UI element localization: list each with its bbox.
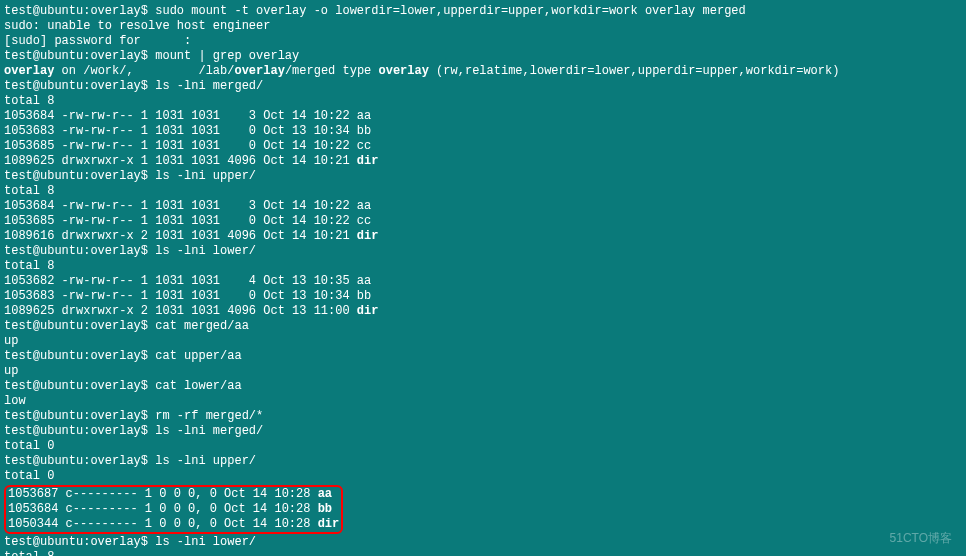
file-name: dir (318, 517, 340, 531)
cmd-line[interactable]: test@ubuntu:overlay$ ls -lni upper/ (4, 454, 962, 469)
cmd-text: ls -lni upper/ (155, 454, 256, 468)
match: overlay (4, 64, 54, 78)
prompt: test@ubuntu:overlay$ (4, 244, 155, 258)
file-row: 1089616 drwxrwxr-x 2 1031 1031 4096 Oct … (4, 229, 962, 244)
file-row: 1053684 -rw-rw-r-- 1 1031 1031 3 Oct 14 … (4, 199, 962, 214)
whiteout-row: 1053684 c--------- 1 0 0 0, 0 Oct 14 10:… (8, 502, 339, 517)
file-row: 1089625 drwxrwxr-x 1 1031 1031 4096 Oct … (4, 154, 962, 169)
file-row: 1089625 drwxrwxr-x 2 1031 1031 4096 Oct … (4, 304, 962, 319)
file-name: bb (318, 502, 332, 516)
prompt: test@ubuntu:overlay$ (4, 79, 155, 93)
cmd-text: rm -rf merged/* (155, 409, 263, 423)
output-line: [sudo] password for : (4, 34, 962, 49)
prompt: test@ubuntu:overlay$ (4, 379, 155, 393)
prompt: test@ubuntu:overlay$ (4, 4, 155, 18)
cmd-line[interactable]: test@ubuntu:overlay$ sudo mount -t overl… (4, 4, 962, 19)
file-row: 1053684 -rw-rw-r-- 1 1031 1031 3 Oct 14 … (4, 109, 962, 124)
cmd-text: sudo mount -t overlay -o lowerdir=lower,… (155, 4, 746, 18)
output-line: up (4, 364, 962, 379)
whiteout-row: 1050344 c--------- 1 0 0 0, 0 Oct 14 10:… (8, 517, 339, 532)
prompt: test@ubuntu:overlay$ (4, 49, 155, 63)
output-line: total 0 (4, 439, 962, 454)
file-row: 1053685 -rw-rw-r-- 1 1031 1031 0 Oct 14 … (4, 139, 962, 154)
match: overlay (234, 64, 284, 78)
prompt: test@ubuntu:overlay$ (4, 169, 155, 183)
cmd-line[interactable]: test@ubuntu:overlay$ ls -lni lower/ (4, 535, 962, 550)
cmd-line[interactable]: test@ubuntu:overlay$ cat lower/aa (4, 379, 962, 394)
cmd-line[interactable]: test@ubuntu:overlay$ cat upper/aa (4, 349, 962, 364)
output-line: up (4, 334, 962, 349)
prompt: test@ubuntu:overlay$ (4, 409, 155, 423)
cmd-text: ls -lni merged/ (155, 424, 263, 438)
prompt: test@ubuntu:overlay$ (4, 535, 155, 549)
cmd-text: ls -lni lower/ (155, 244, 256, 258)
cmd-line[interactable]: test@ubuntu:overlay$ mount | grep overla… (4, 49, 962, 64)
cmd-text: cat lower/aa (155, 379, 241, 393)
output-line: total 8 (4, 259, 962, 274)
output-line: low (4, 394, 962, 409)
cmd-line[interactable]: test@ubuntu:overlay$ ls -lni merged/ (4, 79, 962, 94)
output-line: total 8 (4, 94, 962, 109)
file-row: 1053683 -rw-rw-r-- 1 1031 1031 0 Oct 13 … (4, 124, 962, 139)
cmd-text: ls -lni upper/ (155, 169, 256, 183)
cmd-text: mount | grep overlay (155, 49, 299, 63)
cmd-text: ls -lni lower/ (155, 535, 256, 549)
cmd-line[interactable]: test@ubuntu:overlay$ ls -lni lower/ (4, 244, 962, 259)
prompt: test@ubuntu:overlay$ (4, 454, 155, 468)
prompt: test@ubuntu:overlay$ (4, 424, 155, 438)
cmd-line[interactable]: test@ubuntu:overlay$ ls -lni upper/ (4, 169, 962, 184)
cmd-line[interactable]: test@ubuntu:overlay$ ls -lni merged/ (4, 424, 962, 439)
output-line: overlay on /work/, /lab/overlay/merged t… (4, 64, 962, 79)
prompt: test@ubuntu:overlay$ (4, 349, 155, 363)
dir-name: dir (357, 154, 379, 168)
dir-name: dir (357, 229, 379, 243)
output-line: total 8 (4, 550, 962, 556)
output-line: total 0 (4, 469, 962, 484)
match: overlay (379, 64, 429, 78)
file-row: 1053685 -rw-rw-r-- 1 1031 1031 0 Oct 14 … (4, 214, 962, 229)
output-line: sudo: unable to resolve host engineer (4, 19, 962, 34)
cmd-text: ls -lni merged/ (155, 79, 263, 93)
prompt: test@ubuntu:overlay$ (4, 319, 155, 333)
cmd-line[interactable]: test@ubuntu:overlay$ cat merged/aa (4, 319, 962, 334)
file-row: 1053682 -rw-rw-r-- 1 1031 1031 4 Oct 13 … (4, 274, 962, 289)
output-line: total 8 (4, 184, 962, 199)
cmd-text: cat upper/aa (155, 349, 241, 363)
file-name: aa (318, 487, 332, 501)
cmd-line[interactable]: test@ubuntu:overlay$ rm -rf merged/* (4, 409, 962, 424)
whiteout-row: 1053687 c--------- 1 0 0 0, 0 Oct 14 10:… (8, 487, 339, 502)
cmd-text: cat merged/aa (155, 319, 249, 333)
highlight-box: 1053687 c--------- 1 0 0 0, 0 Oct 14 10:… (4, 485, 343, 534)
dir-name: dir (357, 304, 379, 318)
file-row: 1053683 -rw-rw-r-- 1 1031 1031 0 Oct 13 … (4, 289, 962, 304)
watermark: 51CTO博客 (890, 531, 952, 546)
